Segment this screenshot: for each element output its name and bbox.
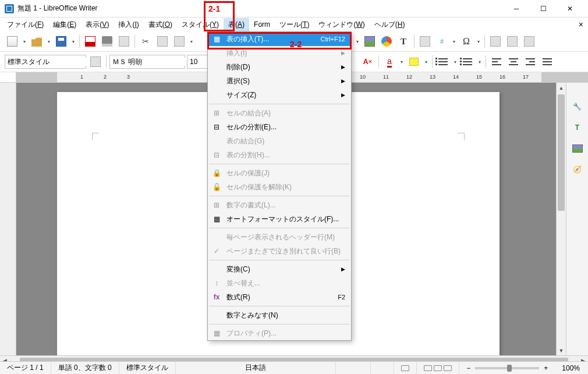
status-style[interactable]: 標準スタイル <box>119 362 176 374</box>
scroll-up-icon[interactable]: ▲ <box>557 83 566 93</box>
statusbar: ページ 1 / 1 単語 0、文字数 0 標準スタイル 日本語 − + 100% <box>0 361 588 374</box>
insert-textbox-button[interactable]: T <box>396 34 411 49</box>
status-signature[interactable] <box>394 362 417 374</box>
insert-field-button[interactable]: # <box>434 34 449 49</box>
save-button[interactable] <box>54 34 69 49</box>
new-dropdown[interactable]: ▾ <box>22 39 27 44</box>
print-button[interactable] <box>100 34 115 49</box>
menu-item[interactable]: ▦オートフォーマットのスタイル(F)... <box>208 212 351 226</box>
styles-panel-icon[interactable]: T <box>571 121 584 134</box>
scroll-down-icon[interactable]: ▼ <box>557 345 566 355</box>
font-color-button[interactable]: a <box>382 54 397 69</box>
update-style-button[interactable] <box>88 54 103 69</box>
font-color-dropdown[interactable]: ▾ <box>399 59 405 65</box>
status-language[interactable]: 日本語 <box>176 362 336 374</box>
open-dropdown[interactable]: ▾ <box>46 39 52 44</box>
menu-item[interactable]: 数字とみなす(N) <box>208 308 351 322</box>
maximize-button[interactable]: ☐ <box>530 0 557 17</box>
menu-item[interactable]: fx数式(R)F2 <box>208 290 351 304</box>
insert-symbol-button[interactable]: Ω <box>459 34 474 49</box>
menu-item[interactable]: 選択(S)▶ <box>208 74 351 88</box>
paste-dropdown[interactable]: ▾ <box>189 39 194 44</box>
number-list-button[interactable] <box>460 54 475 69</box>
print-preview-button[interactable] <box>116 34 132 49</box>
align-right-button[interactable] <box>523 54 538 69</box>
zoom-value[interactable]: 100% <box>555 362 588 374</box>
cut-button[interactable]: ✂ <box>138 34 153 49</box>
clear-formatting-button[interactable]: A✕ <box>360 54 376 69</box>
menu-item[interactable]: サイズ(Z)▶ <box>208 88 351 102</box>
bullet-list-button[interactable] <box>435 54 451 69</box>
menu-item-label: サイズ(Z) <box>223 90 341 100</box>
status-view-layout[interactable] <box>417 362 459 374</box>
menu-help[interactable]: ヘルプ(H) <box>370 18 410 31</box>
menu-view[interactable]: 表示(V) <box>81 18 114 31</box>
font-name-combo[interactable]: ▼ <box>109 55 185 69</box>
menu-item-label: 数式(R) <box>223 292 338 302</box>
merge-icon: ⊞ <box>210 109 223 117</box>
highlight-dropdown[interactable]: ▾ <box>423 59 429 65</box>
align-center-button[interactable] <box>506 54 521 69</box>
close-button[interactable]: ✕ <box>557 0 583 17</box>
align-justify-button[interactable] <box>540 54 555 69</box>
sort-icon: ↕ <box>210 279 223 287</box>
insert-pagebreak-button[interactable] <box>417 34 433 49</box>
document-close-button[interactable]: × <box>579 20 583 29</box>
properties-panel-icon[interactable]: 🔧 <box>571 100 584 113</box>
menu-style[interactable]: スタイル(Y) <box>177 18 224 31</box>
autoformat-icon: ▦ <box>210 215 223 223</box>
field-dropdown[interactable]: ▾ <box>451 39 457 44</box>
menu-item: ↕並べ替え... <box>208 276 351 290</box>
insert-chart-button[interactable] <box>379 34 394 49</box>
save-dropdown[interactable]: ▾ <box>70 39 76 44</box>
paragraph-style-input[interactable] <box>8 58 95 66</box>
insert-footnote-button[interactable] <box>505 34 520 49</box>
vertical-scrollbar[interactable]: ▲ ▼ <box>556 83 566 355</box>
menu-item[interactable]: ⊟セルの分割(E)... <box>208 120 351 134</box>
menu-item[interactable]: 削除(D)▶ <box>208 60 351 74</box>
open-button[interactable] <box>29 34 44 49</box>
navigator-panel-icon[interactable]: 🧭 <box>571 163 584 176</box>
paragraph-style-combo[interactable]: ▼ <box>5 55 86 69</box>
paste-button[interactable] <box>172 34 187 49</box>
menu-tools[interactable]: ツール(T) <box>275 18 314 31</box>
status-wordcount[interactable]: 単語 0、文字数 0 <box>51 362 119 374</box>
table-dropdown[interactable]: ▾ <box>355 39 360 44</box>
insert-bookmark-button[interactable] <box>522 34 537 49</box>
menu-item: ⊞セルの結合(A) <box>208 106 351 120</box>
zoom-in-button[interactable]: + <box>544 364 548 372</box>
menu-format[interactable]: 書式(O) <box>144 18 177 31</box>
status-selection-mode[interactable] <box>371 362 394 374</box>
new-button[interactable] <box>5 34 20 49</box>
symbol-dropdown[interactable]: ▾ <box>476 39 481 44</box>
zoom-out-button[interactable]: − <box>466 364 470 372</box>
zoom-controls: − + <box>459 362 555 374</box>
book-icon <box>401 365 409 371</box>
vertical-ruler[interactable] <box>0 83 16 355</box>
submenu-arrow-icon: ▶ <box>341 78 345 84</box>
insert-hyperlink-button[interactable] <box>488 34 503 49</box>
menu-item-label: ページまたぎで泣き別れて良い行(B) <box>223 246 345 256</box>
menu-insert[interactable]: 挿入(I) <box>114 18 143 31</box>
menu-item: ✓ページまたぎで泣き別れて良い行(B) <box>208 244 351 258</box>
highlight-button[interactable] <box>406 54 421 69</box>
menu-item-label: セルの結合(A) <box>223 108 345 118</box>
menu-item: 🔒セルの保護(J) <box>208 166 351 180</box>
menu-file[interactable]: ファイル(F) <box>2 18 48 31</box>
menu-edit[interactable]: 編集(E) <box>48 18 81 31</box>
menu-form[interactable]: Form <box>249 19 275 30</box>
copy-button[interactable] <box>155 34 170 49</box>
status-page[interactable]: ページ 1 / 1 <box>0 362 51 374</box>
menu-table[interactable]: 表(A) <box>224 18 249 31</box>
export-pdf-button[interactable] <box>83 34 98 49</box>
menu-item[interactable]: 変換(C)▶ <box>208 262 351 276</box>
gallery-panel-icon[interactable] <box>571 142 584 155</box>
scrollbar-thumb[interactable] <box>558 94 565 211</box>
zoom-slider[interactable] <box>475 367 539 369</box>
align-left-button[interactable] <box>489 54 504 69</box>
status-insert-mode[interactable] <box>336 362 371 374</box>
insert-image-button[interactable] <box>362 34 377 49</box>
menu-item[interactable]: ▦表の挿入(T)...Ctrl+F12 <box>208 32 351 46</box>
minimize-button[interactable]: ─ <box>503 0 530 17</box>
menu-window[interactable]: ウィンドウ(W) <box>314 18 369 31</box>
